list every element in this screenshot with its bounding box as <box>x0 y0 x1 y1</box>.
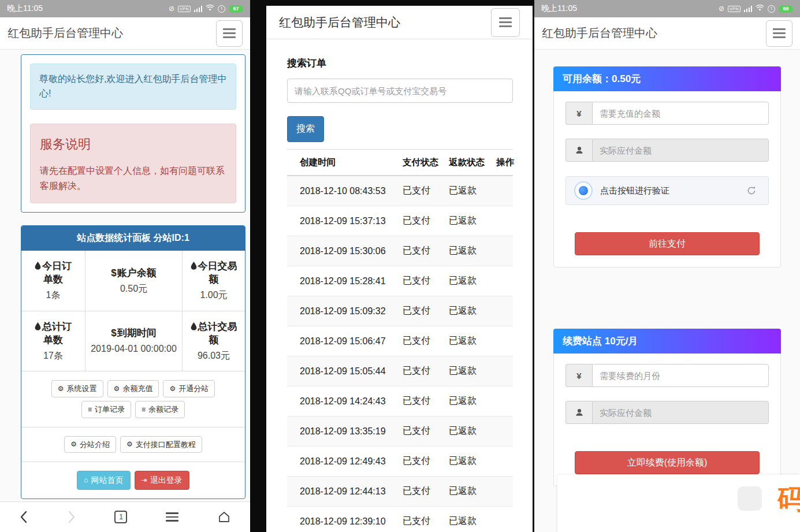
cell-created-time: 2018-12-09 15:28:41 <box>300 276 403 287</box>
battery-icon: 66 <box>779 5 793 13</box>
captcha-refresh-button[interactable] <box>743 185 760 196</box>
status-time: 晚上11:05 <box>7 3 43 14</box>
app-header: 红包助手后台管理中心 <box>266 6 533 39</box>
signal-icon <box>194 6 202 12</box>
status-bar: 晚上11:05 ⊘ VPN ! 67 <box>0 0 250 17</box>
header-refund-status: 返款状态 <box>449 157 496 169</box>
cell-pay-status: 已支付 <box>403 245 449 257</box>
order-records-button[interactable]: ≡订单记录 <box>81 401 131 418</box>
screen-dashboard: 晚上11:05 ⊘ VPN ! 67 红包助手后台管理中心 尊敬的站长您好,欢迎… <box>0 0 250 532</box>
page-title: 红包助手后台管理中心 <box>542 25 657 41</box>
mute-icon: ⊘ <box>719 5 724 12</box>
cell-created-time: 2018-12-09 15:09:32 <box>300 306 403 317</box>
stat-account-balance: $账户余额 0.50元 <box>85 251 183 311</box>
renew-now-button[interactable]: 立即续费(使用余额) <box>575 451 760 474</box>
go-pay-button[interactable]: 前往支付 <box>575 232 760 255</box>
order-search-input[interactable] <box>287 79 513 103</box>
cell-refund-status: 已返款 <box>449 275 496 287</box>
orders-table: 创建时间 支付状态 返款状态 操作 2018-12-10 08:43:53 已支… <box>287 149 513 532</box>
renew-actual-amount-input[interactable] <box>592 401 769 424</box>
stat-today-orders: 今日订单数 1条 <box>21 251 85 311</box>
info-buttons-block: ⚙分站介绍 ⚙支付接口配置教程 <box>21 427 245 463</box>
logout-button[interactable]: ⇥退出登录 <box>135 471 189 490</box>
wifi-icon <box>756 4 764 13</box>
alert-circle-icon: ! <box>218 5 225 13</box>
cell-created-time: 2018-12-09 15:37:13 <box>300 216 403 226</box>
gear-icon: ⚙ <box>114 385 120 392</box>
system-settings-button[interactable]: ⚙系统设置 <box>51 380 103 397</box>
gear-icon: ⚙ <box>58 385 64 392</box>
logout-icon: ⇥ <box>142 477 147 483</box>
list-icon: ≡ <box>142 406 146 413</box>
watermark-overlay: 码 <box>557 475 800 532</box>
stat-total-orders: 总计订单数 17条 <box>21 311 85 371</box>
app-header: 红包助手后台管理中心 <box>534 17 800 50</box>
cell-pay-status: 已支付 <box>403 335 449 347</box>
table-row: 2018-12-09 14:24:43 已支付 已返款 <box>287 386 513 416</box>
wifi-icon <box>206 4 214 13</box>
open-branch-button[interactable]: ⚙开通分站 <box>163 380 215 397</box>
cell-created-time: 2018-12-09 14:24:43 <box>300 396 403 407</box>
search-section-title: 搜索订单 <box>287 57 513 70</box>
table-row: 2018-12-09 12:44:13 已支付 已返款 <box>287 477 513 507</box>
cell-pay-status: 已支付 <box>403 365 449 377</box>
status-bar: 晚上11:05 ⊘ VPN ! 66 <box>534 0 800 17</box>
gear-icon: ⚙ <box>126 441 133 448</box>
site-home-button[interactable]: ⌂网站首页 <box>77 471 130 490</box>
cell-pay-status: 已支付 <box>403 455 449 467</box>
table-row: 2018-12-09 12:49:43 已支付 已返款 <box>287 447 513 477</box>
back-button[interactable] <box>14 508 33 526</box>
table-row: 2018-12-09 13:35:19 已支付 已返款 <box>287 416 513 447</box>
cell-created-time: 2018-12-09 12:44:13 <box>300 486 403 497</box>
cell-refund-status: 已返款 <box>449 215 496 227</box>
cell-refund-status: 已返款 <box>449 455 496 467</box>
branch-intro-button[interactable]: ⚙分站介绍 <box>64 436 116 453</box>
cell-pay-status: 已支付 <box>403 485 449 497</box>
payment-config-guide-button[interactable]: ⚙支付接口配置教程 <box>120 436 202 453</box>
search-button[interactable]: 搜索 <box>287 116 324 142</box>
captcha-widget[interactable]: 点击按钮进行验证 <box>565 176 769 205</box>
renew-months-input[interactable] <box>592 364 769 387</box>
tab-count: 1 <box>114 511 127 523</box>
welcome-alert: 尊敬的站长您好,欢迎进入红包助手后台管理中心! <box>30 64 236 110</box>
hamburger-menu-button[interactable] <box>766 20 792 47</box>
cell-refund-status: 已返款 <box>449 365 496 377</box>
browser-menu-button[interactable] <box>161 510 183 523</box>
recharge-amount-input[interactable] <box>592 102 769 125</box>
tabs-button[interactable]: 1 <box>110 508 132 526</box>
captcha-verify-button[interactable] <box>574 181 593 200</box>
orders-table-body: 2018-12-10 08:43:53 已支付 已返款 2018-12-09 1… <box>287 176 513 532</box>
table-row: 2018-12-09 15:28:41 已支付 已返款 <box>287 266 513 296</box>
cell-refund-status: 已返款 <box>449 395 496 407</box>
hamburger-menu-button[interactable] <box>216 20 243 47</box>
dashboard-body: 尊敬的站长您好,欢迎进入红包助手后台管理中心! 服务说明 请先在配置中设置个人信… <box>0 50 250 501</box>
header-pay-status: 支付状态 <box>403 157 449 169</box>
cell-refund-status: 已返款 <box>449 425 496 437</box>
table-row: 2018-12-10 08:43:53 已支付 已返款 <box>287 176 513 206</box>
table-row: 2018-12-09 15:05:44 已支付 已返款 <box>287 356 513 386</box>
table-row: 2018-12-09 15:37:13 已支付 已返款 <box>287 206 513 236</box>
service-note-alert: 服务说明 请先在配置中设置个人信息，如有问题可联系客服解决。 <box>30 124 236 204</box>
hamburger-menu-button[interactable] <box>491 8 520 37</box>
balance-records-button[interactable]: ≡余额记录 <box>135 401 185 418</box>
renew-card: 续费站点 10元/月 ¥ 立即续费(使用余额) <box>553 329 781 486</box>
status-time: 晚上11:05 <box>541 3 577 14</box>
watermark-ghost-shape <box>738 486 762 511</box>
cell-pay-status: 已支付 <box>403 515 449 527</box>
alert-circle-icon: ! <box>768 5 775 13</box>
recharge-actual-amount-input[interactable] <box>592 139 769 162</box>
recharge-amount-group: ¥ <box>565 102 769 125</box>
yen-icon: ¥ <box>565 364 592 387</box>
browser-home-button[interactable] <box>213 508 236 526</box>
cell-refund-status: 已返款 <box>449 335 496 347</box>
forward-button[interactable] <box>62 508 81 526</box>
battery-icon: 67 <box>229 5 243 13</box>
cell-created-time: 2018-12-09 15:06:47 <box>300 336 403 347</box>
cell-pay-status: 已支付 <box>403 185 449 197</box>
home-icon: ⌂ <box>84 477 88 483</box>
header-action: 操作 <box>496 157 519 169</box>
stats-panel-title: 站点数据统计面板 分站ID:1 <box>21 226 245 251</box>
balance-recharge-button[interactable]: ⚙余额充值 <box>107 380 159 397</box>
cell-pay-status: 已支付 <box>403 275 449 287</box>
recharge-body: 可用余额：0.50元 ¥ 点击按钮进行验证 前往支付 续费站点 <box>534 50 800 532</box>
